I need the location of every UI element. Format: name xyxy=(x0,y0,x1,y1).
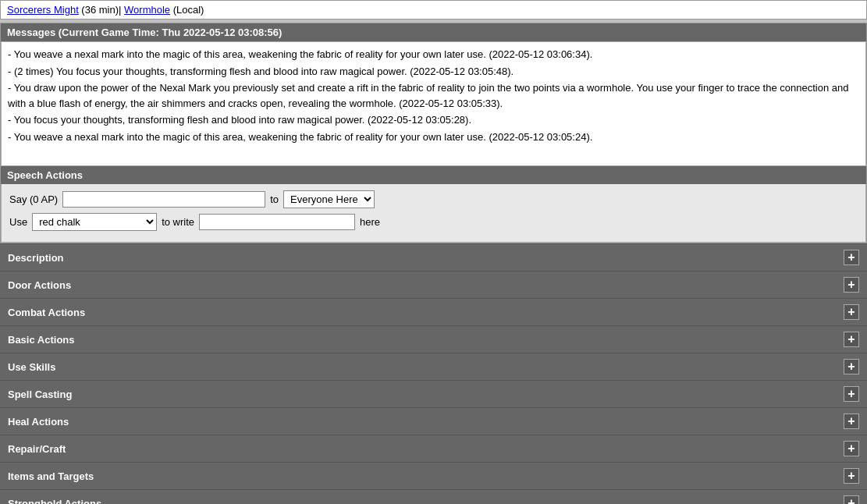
sorcerers-might-link[interactable]: Sorcerers Might xyxy=(7,4,79,16)
message-entry: - You draw upon the power of the Nexal M… xyxy=(8,80,859,111)
wormhole-link[interactable]: Wormhole xyxy=(124,4,170,16)
to-label: to xyxy=(270,193,279,205)
expand-icon: + xyxy=(844,413,859,429)
messages-panel: Messages (Current Game Time: Thu 2022-05… xyxy=(0,23,867,243)
use-label: Use xyxy=(9,216,27,228)
messages-header: Messages (Current Game Time: Thu 2022-05… xyxy=(1,23,866,41)
message-entry: - You weave a nexal mark into the magic … xyxy=(8,47,859,62)
top-bar: Sorcerers Might (36 min)| Wormhole (Loca… xyxy=(0,0,867,20)
section-item-stronghold-actions[interactable]: Stronghold Actions+ xyxy=(0,489,867,504)
here-label: here xyxy=(360,216,380,228)
section-label: Basic Actions xyxy=(8,334,75,346)
section-item-use-skills[interactable]: Use Skills+ xyxy=(0,353,867,380)
audience-select[interactable]: Everyone HereGroupLocal Only xyxy=(283,190,375,208)
expand-icon: + xyxy=(844,468,859,484)
message-entry: - You weave a nexal mark into the magic … xyxy=(8,130,859,145)
section-item-description[interactable]: Description+ xyxy=(0,243,867,271)
section-item-items-and-targets[interactable]: Items and Targets+ xyxy=(0,462,867,489)
expand-icon: + xyxy=(844,304,859,320)
expand-icon: + xyxy=(844,359,859,374)
speech-actions-header: Speech Actions xyxy=(1,166,866,184)
section-item-heal-actions[interactable]: Heal Actions+ xyxy=(0,407,867,435)
messages-body[interactable]: - You weave a nexal mark into the magic … xyxy=(1,41,866,166)
section-label: Door Actions xyxy=(8,279,71,291)
separator: | xyxy=(119,4,121,16)
expand-icon: + xyxy=(844,250,859,265)
expand-icon: + xyxy=(844,386,859,402)
expand-icon: + xyxy=(844,495,859,504)
use-row: Use red chalkwhite chalkblue chalk to wr… xyxy=(9,213,858,231)
link2-detail: (Local) xyxy=(170,4,204,16)
section-item-spell-casting[interactable]: Spell Casting+ xyxy=(0,380,867,407)
section-item-combat-actions[interactable]: Combat Actions+ xyxy=(0,298,867,325)
say-input[interactable] xyxy=(62,191,265,208)
use-select[interactable]: red chalkwhite chalkblue chalk xyxy=(32,213,157,231)
section-label: Description xyxy=(8,252,64,264)
section-label: Combat Actions xyxy=(8,307,85,318)
speech-actions-body: Say (0 AP) to Everyone HereGroupLocal On… xyxy=(1,184,866,243)
link1-detail: (36 min) xyxy=(79,4,119,16)
say-label: Say (0 AP) xyxy=(9,193,58,205)
expand-icon: + xyxy=(844,277,859,293)
section-item-basic-actions[interactable]: Basic Actions+ xyxy=(0,325,867,353)
section-label: Use Skills xyxy=(8,361,55,373)
message-entry: - You focus your thoughts, transforming … xyxy=(8,112,859,128)
write-input[interactable] xyxy=(199,214,355,230)
to-write-label: to write xyxy=(162,216,194,228)
section-label: Repair/Craft xyxy=(8,443,66,455)
section-label: Heal Actions xyxy=(8,416,69,428)
section-list: Description+Door Actions+Combat Actions+… xyxy=(0,243,867,504)
section-label: Spell Casting xyxy=(8,389,72,400)
section-item-repair-craft[interactable]: Repair/Craft+ xyxy=(0,435,867,462)
expand-icon: + xyxy=(844,441,859,456)
message-entry: - (2 times) You focus your thoughts, tra… xyxy=(8,64,859,80)
section-item-door-actions[interactable]: Door Actions+ xyxy=(0,271,867,298)
section-label: Stronghold Actions xyxy=(8,498,101,505)
say-row: Say (0 AP) to Everyone HereGroupLocal On… xyxy=(9,190,858,208)
section-label: Items and Targets xyxy=(8,470,94,482)
expand-icon: + xyxy=(844,332,859,347)
